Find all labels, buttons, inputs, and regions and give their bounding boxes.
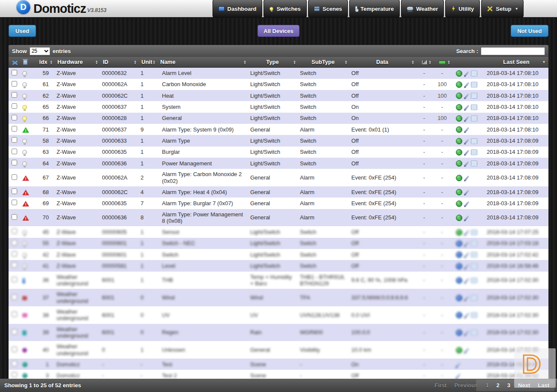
log-action-icon[interactable]: [471, 295, 477, 301]
edit-action-icon[interactable]: [464, 175, 469, 181]
replace-icon[interactable]: [12, 60, 18, 65]
row-select-checkbox[interactable]: [12, 126, 17, 132]
nav-switches[interactable]: Switches: [264, 0, 306, 18]
row-select-checkbox[interactable]: [12, 347, 17, 352]
row-select-checkbox[interactable]: [12, 137, 17, 143]
edit-action-icon[interactable]: [464, 138, 469, 144]
forward-action-icon[interactable]: →: [456, 70, 462, 77]
forward-action-icon[interactable]: →: [456, 175, 462, 181]
forward-action-icon[interactable]: →: [456, 329, 462, 336]
row-select-checkbox[interactable]: [12, 228, 17, 234]
log-action-icon[interactable]: [471, 71, 477, 76]
pagination-page-2[interactable]: 2: [497, 382, 500, 389]
forward-action-icon[interactable]: →: [456, 312, 462, 318]
edit-action-icon[interactable]: [464, 82, 469, 87]
row-select-checkbox[interactable]: [12, 149, 17, 154]
forward-action-icon[interactable]: →: [456, 229, 462, 236]
column-header-hardware[interactable]: Hardware ▲▼: [54, 57, 99, 67]
page-size-select[interactable]: 25: [30, 47, 50, 55]
edit-action-icon[interactable]: [464, 263, 469, 269]
nav-dashboard[interactable]: Dashboard: [213, 0, 263, 18]
all-devices-button[interactable]: All Devices: [258, 25, 299, 37]
row-select-checkbox[interactable]: [12, 103, 17, 109]
column-header-signal[interactable]: ▲▼: [416, 57, 433, 67]
row-select-checkbox[interactable]: [12, 294, 17, 300]
nav-utility[interactable]: Utility: [445, 0, 480, 18]
edit-action-icon[interactable]: [464, 347, 469, 353]
forward-action-icon[interactable]: →: [456, 81, 462, 88]
log-action-icon[interactable]: [471, 312, 477, 318]
forward-action-icon[interactable]: →: [456, 347, 462, 353]
column-header-unit[interactable]: Unit ▲▼: [138, 57, 157, 67]
edit-action-icon[interactable]: [464, 230, 469, 235]
log-action-icon[interactable]: [471, 161, 477, 166]
column-header-battery[interactable]: ▲▼: [433, 57, 452, 67]
log-action-icon[interactable]: [471, 116, 477, 121]
forward-action-icon[interactable]: →: [456, 277, 462, 284]
forward-action-icon[interactable]: →: [456, 295, 462, 301]
log-action-icon[interactable]: [471, 105, 477, 110]
column-header-last-seen[interactable]: Last Seen ▼: [484, 57, 548, 67]
log-action-icon[interactable]: [471, 252, 477, 257]
forward-action-icon[interactable]: →: [456, 149, 462, 156]
search-input[interactable]: [481, 47, 545, 55]
row-select-checkbox[interactable]: [12, 277, 17, 282]
row-select-checkbox[interactable]: [12, 92, 17, 98]
forward-action-icon[interactable]: →: [456, 215, 462, 221]
edit-action-icon[interactable]: [464, 313, 469, 318]
domoticz-logo[interactable]: D Domoticz V3.8153: [0, 0, 106, 17]
row-select-checkbox[interactable]: [12, 200, 17, 205]
forward-action-icon[interactable]: →: [456, 138, 462, 144]
edit-action-icon[interactable]: [464, 116, 469, 121]
row-select-checkbox[interactable]: [12, 160, 17, 165]
forward-action-icon[interactable]: →: [456, 126, 462, 133]
log-action-icon[interactable]: [471, 278, 477, 283]
forward-action-icon[interactable]: →: [456, 189, 462, 195]
edit-action-icon[interactable]: [456, 373, 461, 379]
edit-action-icon[interactable]: [464, 127, 469, 133]
not-used-button[interactable]: Not Used: [511, 25, 548, 37]
edit-action-icon[interactable]: [464, 241, 469, 246]
edit-action-icon[interactable]: [464, 215, 469, 221]
forward-action-icon[interactable]: →: [456, 115, 462, 122]
column-header-type[interactable]: Type ▲▼: [248, 57, 297, 67]
log-action-icon[interactable]: [471, 93, 477, 99]
nav-temperature[interactable]: Temperature: [349, 0, 400, 18]
column-header-data[interactable]: Data ▲▼: [349, 57, 416, 67]
selection-header[interactable]: [9, 57, 33, 67]
used-button[interactable]: Used: [9, 25, 36, 37]
forward-action-icon[interactable]: →: [456, 200, 462, 207]
log-action-icon[interactable]: [471, 330, 477, 335]
row-select-checkbox[interactable]: [12, 251, 17, 257]
forward-action-icon[interactable]: →: [456, 251, 462, 258]
edit-action-icon[interactable]: [464, 161, 469, 167]
log-action-icon[interactable]: [471, 263, 477, 269]
edit-action-icon[interactable]: [464, 278, 469, 283]
row-select-checkbox[interactable]: [12, 115, 17, 120]
forward-action-icon[interactable]: →: [456, 93, 462, 99]
row-select-checkbox[interactable]: [12, 81, 17, 87]
trash-icon[interactable]: [23, 60, 27, 65]
row-select-checkbox[interactable]: [12, 329, 17, 335]
edit-action-icon[interactable]: [464, 201, 469, 206]
column-header-subtype[interactable]: SubType ▲▼: [297, 57, 349, 67]
nav-weather[interactable]: Weather: [401, 0, 444, 18]
row-select-checkbox[interactable]: [12, 361, 17, 366]
edit-action-icon[interactable]: [464, 93, 469, 99]
forward-action-icon[interactable]: →: [456, 160, 462, 167]
row-select-checkbox[interactable]: [12, 311, 17, 317]
log-action-icon[interactable]: [471, 241, 477, 246]
row-select-checkbox[interactable]: [12, 240, 17, 245]
row-select-checkbox[interactable]: [12, 174, 17, 180]
row-select-checkbox[interactable]: [12, 372, 17, 377]
edit-action-icon[interactable]: [464, 190, 469, 195]
edit-action-icon[interactable]: [464, 150, 469, 155]
edit-action-icon[interactable]: [464, 105, 469, 110]
edit-action-icon[interactable]: [464, 252, 469, 258]
forward-action-icon[interactable]: →: [456, 104, 462, 111]
edit-action-icon[interactable]: [464, 71, 469, 76]
log-action-icon[interactable]: [471, 82, 477, 87]
pagination-page-3[interactable]: 3: [507, 382, 510, 389]
edit-action-icon[interactable]: [464, 295, 469, 301]
nav-scenes[interactable]: Scenes: [308, 0, 348, 18]
